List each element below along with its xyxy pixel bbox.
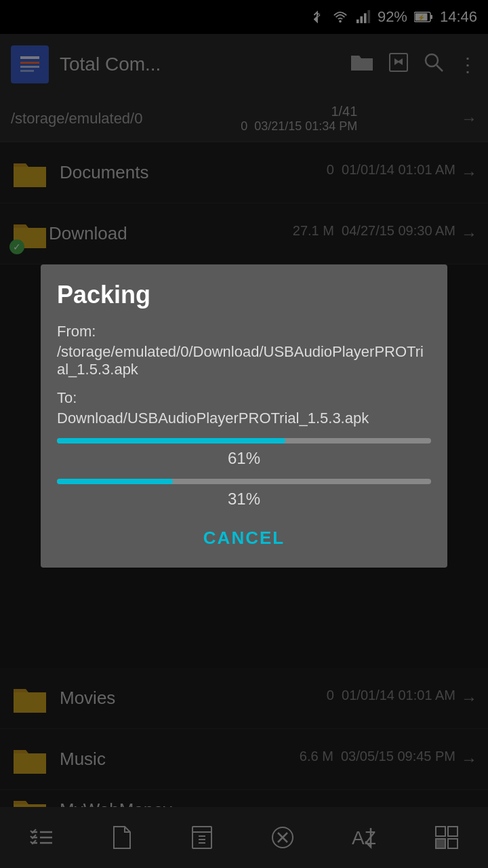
progress-label-1: 61% bbox=[57, 449, 431, 468]
progress-bar-fill-2 bbox=[57, 479, 173, 484]
to-label: To: bbox=[57, 389, 431, 407]
progress-label-2: 31% bbox=[57, 490, 431, 509]
from-label: From: bbox=[57, 323, 431, 340]
progress-bar-bg-1 bbox=[57, 438, 431, 443]
to-path: Download/USBAudioPlayerPROTrial_1.5.3.ap… bbox=[57, 410, 431, 427]
cancel-button[interactable]: CANCEL bbox=[57, 517, 431, 551]
dialog-title: Packing bbox=[57, 281, 431, 309]
from-path: /storage/emulated/0/Download/USBAudioPla… bbox=[57, 343, 431, 378]
progress-bar-bg-2 bbox=[57, 479, 431, 484]
progress-container-2: 31% bbox=[57, 479, 431, 509]
progress-bar-fill-1 bbox=[57, 438, 285, 443]
packing-dialog: Packing From: /storage/emulated/0/Downlo… bbox=[41, 264, 447, 568]
progress-container-1: 61% bbox=[57, 438, 431, 468]
